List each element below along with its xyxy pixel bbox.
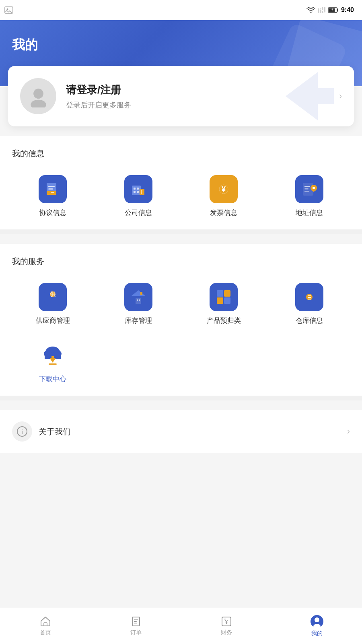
product-icon-box: [210, 283, 238, 311]
svg-rect-48: [224, 297, 230, 304]
svg-rect-22: [137, 191, 139, 193]
product-item[interactable]: 产品预归类: [183, 279, 265, 329]
status-time: 9:40: [341, 6, 354, 14]
avatar-icon: [27, 85, 49, 107]
inventory-item[interactable]: 库存管理: [98, 279, 179, 329]
tab-mine[interactable]: 我的: [272, 615, 362, 637]
svg-rect-31: [304, 186, 310, 187]
agreement-icon-box: [39, 175, 67, 203]
svg-rect-60: [49, 363, 57, 365]
company-item[interactable]: 公司信息: [98, 171, 179, 221]
address-icon: [301, 181, 318, 198]
tab-mine-label: 我的: [311, 630, 323, 637]
svg-rect-44: [140, 292, 142, 295]
invoice-item[interactable]: ¥ 发票信息: [183, 171, 265, 221]
svg-rect-21: [134, 191, 136, 193]
svg-marker-63: [41, 617, 50, 626]
my-services-title: 我的服务: [12, 256, 350, 267]
svg-point-10: [31, 99, 46, 107]
agreement-icon: [44, 181, 61, 198]
warehouse-item[interactable]: 仓库信息: [269, 279, 350, 329]
inventory-icon: [130, 289, 147, 305]
tab-spacer: [0, 453, 362, 501]
inventory-label: 库存管理: [125, 316, 152, 325]
agreement-item[interactable]: 协议信息: [12, 171, 94, 221]
mine-tab-icon: [311, 615, 323, 628]
svg-rect-16: [51, 192, 54, 193]
svg-rect-66: [134, 619, 138, 620]
tab-order[interactable]: 订单: [90, 616, 181, 636]
status-bar-left: [4, 5, 14, 15]
company-icon-box: [124, 175, 152, 203]
about-arrow-icon: ›: [347, 426, 350, 437]
svg-rect-67: [134, 621, 137, 622]
about-icon: i: [16, 426, 28, 437]
product-icon: [215, 289, 232, 305]
svg-rect-68: [134, 623, 137, 623]
svg-point-1: [7, 8, 8, 10]
wifi-icon: [306, 7, 315, 13]
invoice-icon: ¥: [215, 181, 232, 198]
svg-rect-33: [304, 191, 309, 192]
svg-text:i: i: [21, 429, 23, 435]
photo-icon: [4, 5, 14, 15]
svg-rect-24: [141, 190, 142, 192]
svg-rect-64: [44, 623, 47, 626]
address-item[interactable]: 地址信息: [269, 171, 350, 221]
download-icon: [41, 343, 65, 367]
svg-point-35: [313, 187, 315, 189]
avatar: [20, 78, 56, 114]
signal-icon: [318, 7, 326, 13]
profile-card[interactable]: 请登录/注册 登录后开启更多服务 ›: [8, 66, 354, 126]
supplier-label: 供应商管理: [36, 316, 70, 325]
svg-rect-15: [47, 191, 56, 195]
svg-rect-43: [139, 299, 140, 301]
svg-rect-20: [137, 188, 139, 190]
svg-rect-42: [137, 299, 138, 301]
my-info-grid: 协议信息 公司信息: [12, 171, 350, 221]
about-row[interactable]: i 关于我们 ›: [0, 410, 362, 453]
about-icon-circle: i: [12, 421, 32, 442]
agreement-label: 协议信息: [39, 208, 66, 217]
invoice-icon-box: ¥: [210, 175, 238, 203]
battery-icon: [328, 7, 339, 13]
tab-bar: 首页 订单 ¥ 财务 我的: [0, 608, 362, 644]
svg-text:¥: ¥: [222, 185, 226, 193]
finance-tab-icon: ¥: [221, 616, 232, 627]
supplier-item[interactable]: 供 供应商管理: [12, 279, 94, 329]
tab-finance-label: 财务: [221, 629, 232, 636]
svg-text:供: 供: [49, 291, 56, 297]
my-services-section: 我的服务 供 供应商管理: [0, 244, 362, 396]
address-label: 地址信息: [296, 208, 323, 217]
tab-home[interactable]: 首页: [0, 616, 90, 636]
warehouse-label: 仓库信息: [296, 316, 323, 325]
svg-rect-45: [217, 290, 223, 297]
warehouse-icon-box: [295, 283, 323, 311]
home-tab-icon: [40, 616, 51, 627]
order-tab-icon: [130, 616, 142, 627]
tab-finance[interactable]: ¥ 财务: [181, 616, 272, 636]
supplier-icon-box: 供: [39, 283, 67, 311]
svg-point-73: [315, 617, 319, 622]
svg-rect-47: [217, 297, 223, 304]
svg-marker-40: [132, 290, 145, 296]
warehouse-icon: [301, 289, 318, 305]
section-divider-1: [0, 229, 362, 234]
svg-text:¥: ¥: [225, 619, 228, 625]
profile-card-bg-decor: [278, 66, 342, 126]
svg-rect-0: [5, 7, 13, 13]
svg-rect-53: [308, 299, 311, 299]
company-label: 公司信息: [125, 208, 152, 217]
my-info-title: 我的信息: [12, 148, 350, 159]
svg-rect-52: [308, 297, 311, 298]
svg-point-9: [33, 89, 43, 99]
page-title: 我的: [12, 36, 350, 54]
svg-rect-23: [140, 189, 144, 195]
svg-rect-14: [48, 188, 53, 190]
svg-rect-32: [304, 188, 309, 190]
status-bar-right: 9:40: [306, 6, 354, 14]
download-item[interactable]: 下载中心: [12, 337, 94, 388]
about-label: 关于我们: [39, 426, 341, 437]
status-bar: 9:40: [0, 0, 362, 20]
my-services-grid: 供 供应商管理 库存管理: [12, 279, 350, 388]
